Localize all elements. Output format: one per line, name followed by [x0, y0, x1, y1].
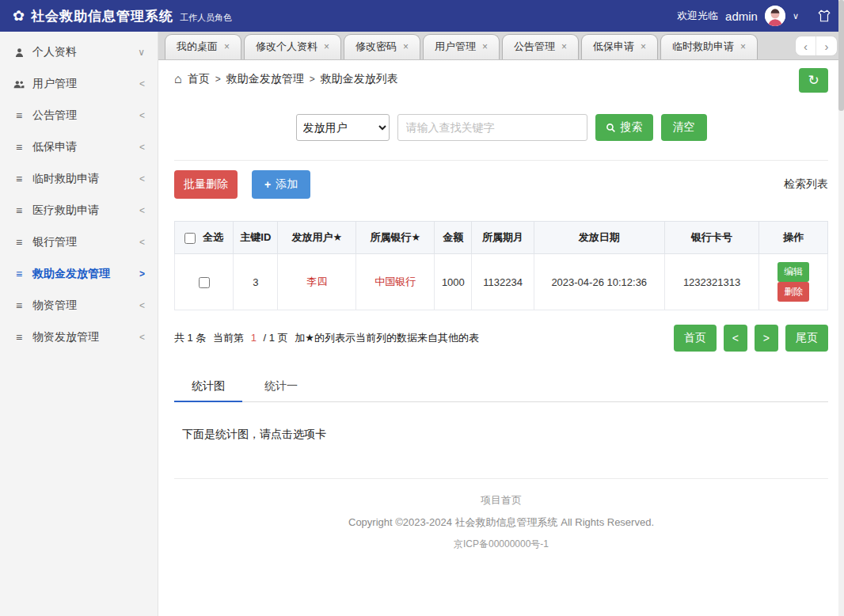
- cell-actions: 编辑 删除: [759, 254, 828, 310]
- site-footer: 项目首页 Copyright ©2023-2024 社会救助信息管理系统 All…: [174, 478, 828, 575]
- role-label: 工作人员角色: [180, 12, 232, 24]
- tab-stats-chart[interactable]: 统计图: [174, 372, 242, 402]
- chevron-icon: ∨: [138, 47, 145, 58]
- tab-label: 修改个人资料: [256, 40, 317, 54]
- prev-page-button[interactable]: <: [724, 325, 747, 352]
- search-field-select[interactable]: 发放用户: [296, 114, 390, 141]
- close-icon[interactable]: ×: [403, 41, 409, 52]
- header-right: 欢迎光临 admin ∨: [677, 6, 831, 26]
- add-button-label: 添加: [276, 177, 298, 192]
- sidebar-item-temporary-aid-application[interactable]: ≡ 临时救助申请 <: [0, 163, 158, 195]
- tab-temporary-aid-application[interactable]: 临时救助申请 ×: [660, 34, 758, 59]
- row-checkbox[interactable]: [199, 277, 210, 288]
- tab-user-management[interactable]: 用户管理 ×: [423, 34, 500, 59]
- sidebar-item-supplies-management[interactable]: ≡ 物资管理 <: [0, 290, 158, 321]
- tab-scroll-right-button[interactable]: ›: [816, 36, 837, 55]
- tab-label: 用户管理: [435, 40, 476, 54]
- list-icon: ≡: [13, 299, 25, 312]
- sidebar-item-user-management[interactable]: 用户管理 <: [0, 68, 158, 100]
- search-bar: 发放用户 搜索 清空: [158, 114, 844, 141]
- chevron-icon: <: [139, 78, 145, 89]
- table-header-cell: 银行卡号: [664, 222, 759, 254]
- shirt-icon[interactable]: [817, 9, 831, 23]
- tab-change-password[interactable]: 修改密码 ×: [344, 34, 420, 59]
- sidebar-item-aid-fund-distribution[interactable]: ≡ 救助金发放管理 >: [0, 258, 158, 290]
- brand: ✿ 社会救助信息管理系统 工作人员角色: [13, 7, 232, 25]
- tab-label: 临时救助申请: [672, 40, 734, 54]
- breadcrumb-home[interactable]: 首页: [188, 72, 210, 86]
- cell-bank: 中国银行: [356, 254, 435, 310]
- next-page-button[interactable]: >: [755, 325, 778, 352]
- add-button[interactable]: + 添加: [252, 170, 310, 199]
- close-icon[interactable]: ×: [224, 41, 230, 52]
- app-logo-icon: ✿: [13, 7, 25, 25]
- plus-icon: +: [264, 178, 271, 191]
- chevron-down-icon[interactable]: ∨: [793, 11, 799, 21]
- chevron-icon: <: [139, 142, 145, 153]
- table-header-cell: 主键ID: [234, 222, 278, 254]
- delete-button[interactable]: 删除: [777, 282, 809, 302]
- sidebar-item-lowincome-application[interactable]: ≡ 低保申请 <: [0, 131, 158, 163]
- pagination: 首页 < > 尾页: [667, 325, 828, 352]
- tab-edit-profile[interactable]: 修改个人资料 ×: [244, 34, 341, 59]
- scrollbar-thumb[interactable]: [838, 0, 844, 111]
- list-toolbar: 批量删除 + 添加 检索列表: [174, 170, 828, 199]
- tab-announcement-management[interactable]: 公告管理 ×: [502, 34, 579, 59]
- records-table: 全选 主键ID 发放用户★ 所属银行★ 金额 所属期月 发放日期 银行卡号 操作: [174, 221, 828, 310]
- chevron-icon: <: [139, 205, 145, 216]
- search-input[interactable]: [397, 114, 587, 141]
- search-button[interactable]: 搜索: [595, 114, 653, 141]
- search-list-toggle[interactable]: 检索列表: [784, 177, 828, 192]
- current-page-number: 1: [251, 332, 257, 344]
- sidebar-item-bank-management[interactable]: ≡ 银行管理 <: [0, 226, 158, 258]
- select-all-header: 全选: [175, 222, 234, 254]
- breadcrumb-aid-fund-list: 救助金发放列表: [321, 72, 398, 86]
- batch-delete-button[interactable]: 批量删除: [174, 170, 238, 199]
- clear-button[interactable]: 清空: [661, 114, 707, 141]
- close-icon[interactable]: ×: [324, 41, 329, 52]
- main-content: 我的桌面 × 修改个人资料 × 修改密码 × 用户管理 × 公告管理 × 低保申…: [158, 32, 844, 616]
- close-icon[interactable]: ×: [561, 41, 567, 52]
- sidebar-item-medical-aid-application[interactable]: ≡ 医疗救助申请 <: [0, 195, 158, 226]
- tab-scroll-nav: ‹ ›: [795, 36, 838, 56]
- total-count: 共 1 条: [174, 332, 206, 344]
- breadcrumb-aid-fund-management[interactable]: 救助金发放管理: [226, 72, 304, 86]
- welcome-text: 欢迎光临: [677, 9, 718, 23]
- username[interactable]: admin: [725, 10, 758, 23]
- select-all-checkbox[interactable]: [184, 233, 196, 244]
- sidebar-item-label: 公告管理: [32, 108, 77, 123]
- table-header-cell: 发放日期: [534, 222, 664, 254]
- current-page-prefix: 当前第: [213, 332, 244, 344]
- last-page-button[interactable]: 尾页: [785, 325, 828, 352]
- icp-text: 京ICP备00000000号-1: [174, 538, 828, 551]
- open-tabs-bar: 我的桌面 × 修改个人资料 × 修改密码 × 用户管理 × 公告管理 × 低保申…: [158, 32, 844, 60]
- avatar[interactable]: [765, 6, 785, 26]
- cell-date: 2023-04-26 10:12:36: [534, 254, 664, 310]
- tab-lowincome-application[interactable]: 低保申请 ×: [581, 34, 658, 59]
- first-page-button[interactable]: 首页: [674, 325, 717, 352]
- tab-my-desktop[interactable]: 我的桌面 ×: [165, 34, 241, 59]
- scrollbar[interactable]: [838, 0, 844, 616]
- sidebar-item-announcement-management[interactable]: ≡ 公告管理 <: [0, 100, 158, 131]
- edit-button[interactable]: 编辑: [777, 262, 809, 282]
- table-row: 3 李四 中国银行 1000 1132234 2023-04-26 10:12:…: [175, 254, 828, 310]
- tab-stats-one[interactable]: 统计一: [247, 372, 315, 401]
- footer-home-link[interactable]: 项目首页: [174, 493, 828, 508]
- copyright-text: Copyright ©2023-2024 社会救助信息管理系统 All Righ…: [174, 515, 828, 530]
- list-icon: ≡: [13, 236, 25, 249]
- close-icon[interactable]: ×: [740, 41, 746, 52]
- user-icon: [13, 48, 25, 58]
- close-icon[interactable]: ×: [641, 41, 646, 52]
- tab-scroll-left-button[interactable]: ‹: [796, 36, 816, 55]
- sidebar-item-supplies-distribution[interactable]: ≡ 物资发放管理 <: [0, 321, 158, 353]
- top-bar: ✿ 社会救助信息管理系统 工作人员角色 欢迎光临 admin ∨: [0, 0, 844, 32]
- sidebar-item-profile[interactable]: 个人资料 ∨: [0, 36, 158, 68]
- chevron-icon: <: [139, 237, 145, 248]
- sidebar-item-label: 物资管理: [32, 298, 77, 313]
- chevron-icon: <: [139, 300, 145, 311]
- tab-label: 我的桌面: [177, 40, 218, 54]
- close-icon[interactable]: ×: [482, 41, 488, 52]
- layout: 个人资料 ∨ 用户管理 < ≡ 公告管理 < ≡ 低保申请 < ≡ 临时救助申请…: [0, 32, 844, 616]
- refresh-button[interactable]: ↻: [799, 68, 828, 93]
- table-header-cell: 所属银行★: [356, 222, 435, 254]
